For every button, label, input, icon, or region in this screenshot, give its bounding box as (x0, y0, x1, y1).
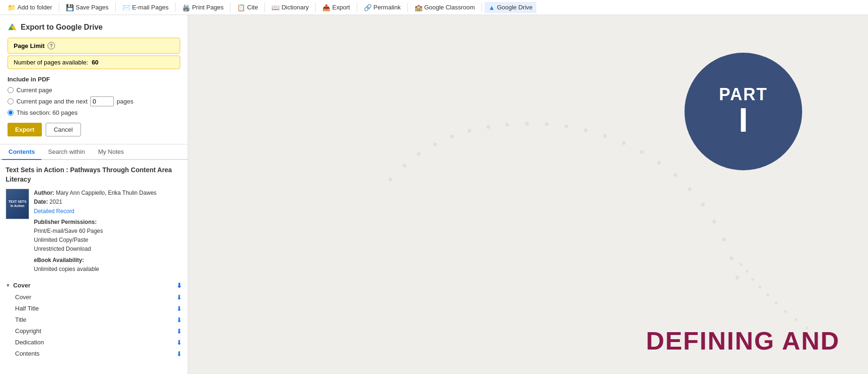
svg-point-8 (525, 122, 529, 126)
svg-point-11 (584, 128, 588, 132)
cite-button[interactable]: 📋 Cite (233, 2, 262, 13)
dictionary-button[interactable]: 📖 Dictionary (268, 2, 312, 13)
svg-point-21 (730, 256, 733, 260)
svg-point-15 (657, 161, 661, 165)
svg-point-9 (545, 122, 549, 126)
toc-item-half-title-label: Half Title (15, 305, 39, 312)
google-classroom-button[interactable]: 🏫 Google Classroom (411, 2, 479, 13)
svg-point-4 (450, 135, 454, 138)
google-classroom-icon: 🏫 (414, 4, 422, 11)
svg-point-17 (688, 187, 692, 191)
add-folder-button[interactable]: 📁 Add to folder (4, 2, 56, 13)
toolbar-divider-5 (264, 3, 265, 12)
svg-point-10 (565, 125, 568, 128)
export-panel: Export to Google Drive Page Limit ? Numb… (0, 15, 188, 144)
print-pages-button[interactable]: 🖨️ Print Pages (178, 2, 227, 13)
main-container: Export to Google Drive Page Limit ? Numb… (0, 15, 868, 374)
google-drive-logo (8, 23, 17, 32)
download-contents-icon[interactable]: ⬇ (176, 350, 182, 358)
svg-point-2 (417, 152, 421, 156)
google-drive-icon: ▲ (488, 4, 495, 11)
save-pages-button[interactable]: 💾 Save Pages (62, 2, 112, 13)
toc-item-copyright[interactable]: Copyright ⬇ (6, 326, 182, 337)
download-cover-group-icon[interactable]: ⬇ (176, 282, 182, 289)
svg-point-6 (486, 125, 490, 129)
current-page-radio[interactable] (8, 87, 14, 93)
date-value: 2021 (49, 199, 62, 205)
toc-item-cover[interactable]: Cover ⬇ (6, 292, 182, 303)
svg-point-26 (758, 286, 761, 288)
toc-item-half-title[interactable]: Half Title ⬇ (6, 303, 182, 314)
pages-count-input[interactable] (90, 96, 114, 106)
toc-group-cover[interactable]: ▼ Cover ⬇ (6, 279, 182, 292)
book-cover-image: TEXT SETS in Action (6, 189, 29, 219)
toc-item-title[interactable]: Title ⬇ (6, 314, 182, 326)
pages-available-box: Number of pages available: 60 (8, 56, 180, 69)
svg-point-29 (784, 310, 787, 313)
tab-contents[interactable]: Contents (2, 144, 41, 160)
book-meta: TEXT SETS in Action Author: Mary Ann Cap… (6, 189, 182, 274)
download-cover-icon[interactable]: ⬇ (176, 294, 182, 301)
detailed-record-link[interactable]: Detailed Record (34, 208, 74, 215)
export-submit-button[interactable]: Export (8, 123, 42, 136)
option-current-next[interactable]: Current page and the next pages (8, 96, 180, 106)
this-section-radio[interactable] (8, 110, 14, 116)
svg-point-7 (505, 123, 509, 127)
date-label: Date: (34, 199, 48, 205)
toc-item-copyright-label: Copyright (15, 327, 41, 334)
publisher-permissions-label: Publisher Permissions: (34, 219, 96, 225)
svg-point-18 (701, 203, 705, 207)
google-drive-button[interactable]: ▲ Google Drive (485, 2, 536, 13)
tab-search-within[interactable]: Search within (41, 144, 91, 160)
toolbar-divider-9 (481, 3, 482, 12)
svg-point-0 (389, 178, 392, 182)
export-icon: 📤 (322, 4, 330, 11)
toolbar-divider-6 (315, 3, 316, 12)
book-page: PART I DEFINING AND (188, 15, 868, 374)
book-info: Author: Mary Ann Cappiello, Erika Thulin… (34, 189, 157, 274)
download-copyright-icon[interactable]: ⬇ (176, 327, 182, 335)
author-label: Author: (34, 190, 54, 196)
toolbar-divider-7 (357, 3, 357, 12)
option-this-section[interactable]: This section: 60 pages (8, 109, 180, 116)
right-panel: PART I DEFINING AND (188, 15, 868, 374)
part-word: PART (719, 86, 767, 103)
toolbar-divider-4 (230, 3, 231, 12)
download-title-icon[interactable]: ⬇ (176, 316, 182, 324)
current-next-radio[interactable] (8, 98, 14, 104)
svg-point-23 (740, 263, 742, 266)
chevron-down-icon: ▼ (6, 283, 10, 288)
page-limit-help-icon[interactable]: ? (48, 42, 55, 49)
svg-point-25 (751, 278, 754, 281)
dictionary-icon: 📖 (271, 4, 279, 11)
toc-item-dedication[interactable]: Dedication ⬇ (6, 337, 182, 348)
toc-item-contents[interactable]: Contents ⬇ (6, 348, 182, 359)
toc-section: ▼ Cover ⬇ Cover ⬇ Half Title ⬇ Title ⬇ (6, 279, 182, 359)
option-current-page[interactable]: Current page (8, 87, 180, 94)
svg-point-20 (722, 238, 726, 241)
toolbar: 📁 Add to folder 💾 Save Pages ✉️ E-mail P… (0, 0, 868, 15)
contents-panel: Text Sets in Action : Pathways Through C… (0, 160, 188, 374)
svg-point-30 (795, 318, 797, 321)
email-icon: ✉️ (122, 4, 130, 11)
pages-suffix: pages (117, 98, 133, 105)
cite-icon: 📋 (237, 4, 245, 11)
button-row: Export Cancel (8, 123, 180, 136)
svg-point-5 (468, 129, 471, 133)
book-title: Text Sets in Action : Pathways Through C… (6, 166, 182, 184)
toc-group-cover-label: Cover (13, 282, 31, 289)
svg-point-13 (622, 141, 626, 145)
svg-point-16 (673, 173, 677, 177)
svg-point-1 (403, 164, 406, 167)
print-icon: 🖨️ (182, 4, 190, 11)
export-button[interactable]: 📤 Export (319, 2, 354, 13)
toc-item-dedication-label: Dedication (15, 339, 44, 346)
email-pages-button[interactable]: ✉️ E-mail Pages (119, 2, 172, 13)
tab-my-notes[interactable]: My Notes (91, 144, 130, 160)
permalink-button[interactable]: 🔗 Permalink (360, 2, 405, 13)
toolbar-divider-2 (115, 3, 116, 12)
download-dedication-icon[interactable]: ⬇ (176, 339, 182, 346)
ebook-availability-value: Unlimited copies available (34, 265, 157, 274)
cancel-button[interactable]: Cancel (46, 123, 80, 136)
download-half-title-icon[interactable]: ⬇ (176, 305, 182, 312)
